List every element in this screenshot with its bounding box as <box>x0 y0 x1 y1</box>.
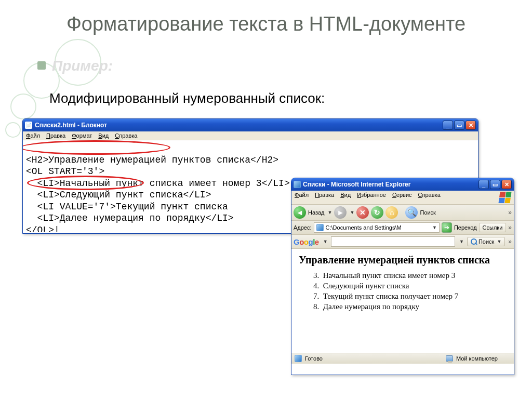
menu-file[interactable]: Файл <box>26 132 40 139</box>
status-zone: Мой компьютер <box>456 355 498 362</box>
bg-circle <box>5 122 21 138</box>
menu-file[interactable]: Файл <box>295 192 309 203</box>
search-label[interactable]: Поиск <box>420 209 435 216</box>
code-line: <LI>Далее нумерация по порядку</LI> <box>26 213 234 223</box>
notepad-menubar: Файл Правка Формат Вид Справка <box>23 131 478 140</box>
page-icon <box>316 224 324 231</box>
slide-title: Форматирование текста в HTML-документе <box>0 13 532 36</box>
address-input[interactable]: C:\Documents and Settings\M ▼ <box>314 222 440 233</box>
notepad-icon: 📄 <box>25 122 32 129</box>
back-label[interactable]: Назад <box>308 209 325 216</box>
home-button[interactable]: ⌂ <box>385 206 398 219</box>
chevron-down-icon[interactable]: ▼ <box>459 239 464 244</box>
minimize-button[interactable]: _ <box>478 180 489 189</box>
list-item: 4. Следующий пункт списка <box>313 282 507 290</box>
address-value: C:\Documents and Settings\M <box>326 224 402 231</box>
maximize-button[interactable]: ▭ <box>454 121 464 130</box>
links-button[interactable]: Ссылки <box>479 223 507 232</box>
ie-title: Списки - Microsoft Internet Explorer <box>303 181 410 188</box>
menu-edit[interactable]: Правка <box>315 192 334 203</box>
minimize-button[interactable]: _ <box>443 121 453 130</box>
google-logo[interactable]: Google <box>294 237 319 246</box>
menu-view[interactable]: Вид <box>340 192 351 203</box>
address-label: Адрес: <box>294 224 312 231</box>
list-item: 8. Далее нумерация по порядку <box>313 302 507 311</box>
ie-statusbar: Готово Мой компьютер <box>291 353 514 364</box>
refresh-button[interactable]: ↻ <box>371 206 383 219</box>
go-button[interactable]: ➔ <box>442 222 452 233</box>
google-search-input[interactable] <box>331 236 455 247</box>
chevron-down-icon[interactable]: ▼ <box>328 210 332 215</box>
slide-bullet <box>37 61 46 70</box>
search-icon <box>471 238 477 245</box>
menu-edit[interactable]: Правка <box>46 132 65 139</box>
menu-view[interactable]: Вид <box>98 132 109 139</box>
chevron-down-icon[interactable]: ▼ <box>432 225 437 230</box>
code-line: </OL>| <box>26 225 60 232</box>
chevron-down-icon: ▼ <box>497 239 501 244</box>
close-button[interactable]: ✕ <box>501 180 512 189</box>
ie-menubar: Файл Правка Вид Избранное Сервис Справка <box>291 191 514 205</box>
notepad-titlebar[interactable]: 📄 Списки2.html - Блокнот _ ▭ ✕ <box>23 119 478 131</box>
ie-window: Списки - Microsoft Internet Explorer _ ▭… <box>291 178 514 375</box>
ie-addressbar: Адрес: C:\Documents and Settings\M ▼ ➔ П… <box>291 221 514 235</box>
ie-titlebar[interactable]: Списки - Microsoft Internet Explorer _ ▭… <box>291 178 514 191</box>
code-line: <LI VALUE='7'>Текущий пункт списка <box>26 202 228 212</box>
close-button[interactable]: ✕ <box>466 121 476 130</box>
list-item: 7. Текущий пункт списка получает номер 7 <box>313 292 507 301</box>
page-icon <box>295 355 302 362</box>
bg-circle <box>10 94 36 119</box>
menu-help[interactable]: Справка <box>418 192 441 203</box>
search-icon[interactable]: 🔍 <box>405 206 418 219</box>
go-label[interactable]: Переход <box>454 224 477 231</box>
ie-icon <box>294 181 301 188</box>
ie-content-area[interactable]: Управление нумерацией пунктов списка 3. … <box>291 249 514 353</box>
slide-subhead: Модифицированный нумерованный список: <box>49 90 325 107</box>
windows-flag-icon <box>498 192 511 203</box>
notepad-title: Списки2.html - Блокнот <box>35 122 107 129</box>
menu-tools[interactable]: Сервис <box>392 192 412 203</box>
menu-format[interactable]: Формат <box>72 132 92 139</box>
back-button[interactable]: ◄ <box>294 206 306 219</box>
rendered-heading: Управление нумерацией пунктов списка <box>299 254 507 266</box>
code-line: <OL START='3'> <box>26 166 104 177</box>
maximize-button[interactable]: ▭ <box>490 180 500 189</box>
chevron-down-icon[interactable]: ▼ <box>350 210 354 215</box>
chevron-down-icon[interactable]: ▼ <box>323 239 328 244</box>
stop-button[interactable]: ✕ <box>356 206 369 219</box>
google-search-label: Поиск <box>478 238 494 245</box>
menu-favorites[interactable]: Избранное <box>357 192 386 203</box>
list-item: 3. Начальный пункт списка имеет номер 3 <box>313 271 507 280</box>
ie-toolbar: ◄ Назад ▼ ► ▼ ✕ ↻ ⌂ 🔍 Поиск » <box>291 205 514 221</box>
forward-button[interactable]: ► <box>334 206 347 219</box>
overflow-icon[interactable]: » <box>508 238 512 245</box>
code-line: <LI>Начальный пункт списка имеет номер 3… <box>26 178 290 189</box>
annotation-ellipse <box>23 140 170 155</box>
code-line: <H2>Управление нумерацией пунктов списка… <box>26 155 278 165</box>
overflow-icon[interactable]: » <box>508 209 512 216</box>
computer-icon <box>446 355 453 362</box>
code-line: <LI>Следующий пункт списка</LI> <box>26 190 211 200</box>
google-search-button[interactable]: Поиск ▼ <box>467 237 505 246</box>
status-ready: Готово <box>305 355 323 362</box>
google-toolbar: Google ▼ ▼ Поиск ▼ » <box>291 235 514 249</box>
menu-help[interactable]: Справка <box>115 132 137 139</box>
overflow-icon[interactable]: » <box>508 224 512 231</box>
example-label: Пример: <box>52 58 113 74</box>
